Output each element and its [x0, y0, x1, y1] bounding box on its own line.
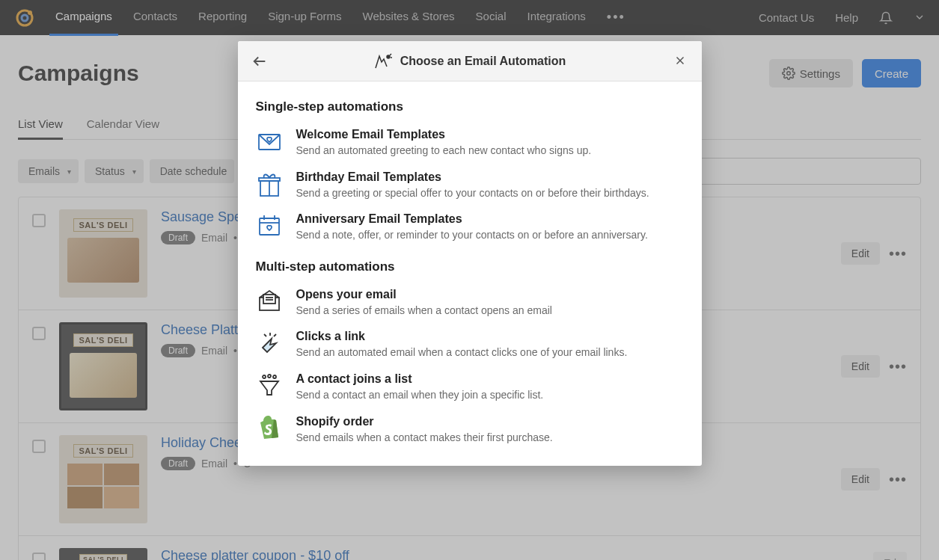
- calendar-heart-icon: [256, 212, 283, 239]
- section-multi-step: Multi-step automations: [256, 259, 684, 274]
- option-desc: Send an automated greeting to each new c…: [296, 144, 684, 159]
- svg-point-24: [268, 375, 271, 378]
- option-desc: Send an automated email when a contact c…: [296, 345, 684, 360]
- automation-modal: Choose an Email Automation Single-step a…: [238, 41, 702, 466]
- option-clicks-link[interactable]: Clicks a link Send an automated email wh…: [256, 330, 684, 360]
- automation-icon: [373, 53, 393, 70]
- svg-line-22: [264, 334, 266, 336]
- svg-line-21: [274, 334, 276, 336]
- option-title: Clicks a link: [296, 330, 684, 343]
- modal-body: Single-step automations Welcome Email Te…: [238, 81, 702, 466]
- svg-point-25: [273, 375, 276, 378]
- option-title: Anniversary Email Templates: [296, 212, 684, 226]
- option-contact-joins-list[interactable]: A contact joins a list Send a contact an…: [256, 372, 684, 403]
- option-title: Welcome Email Templates: [296, 128, 684, 141]
- open-email-icon: [256, 288, 283, 315]
- envelope-heart-icon: [256, 128, 283, 155]
- close-button[interactable]: [673, 54, 688, 69]
- cursor-click-icon: [256, 330, 283, 357]
- option-title: Birthday Email Templates: [296, 170, 684, 184]
- option-title: Opens your email: [296, 288, 684, 301]
- svg-rect-17: [263, 295, 275, 304]
- option-title: A contact joins a list: [296, 372, 684, 386]
- svg-point-5: [387, 55, 390, 58]
- modal-header: Choose an Email Automation: [238, 41, 702, 81]
- option-desc: Send a series of emails when a contact o…: [296, 304, 684, 319]
- modal-title-text: Choose an Email Automation: [400, 55, 566, 68]
- option-title: Shopify order: [296, 415, 684, 428]
- option-welcome-email[interactable]: Welcome Email Templates Send an automate…: [256, 128, 684, 159]
- option-opens-email[interactable]: Opens your email Send a series of emails…: [256, 288, 684, 319]
- svg-rect-11: [259, 178, 280, 181]
- option-shopify-order[interactable]: Shopify order Send emails when a contact…: [256, 415, 684, 446]
- svg-point-23: [263, 375, 266, 378]
- section-single-step: Single-step automations: [256, 99, 684, 114]
- shopify-icon: [256, 415, 283, 442]
- modal-overlay[interactable]: Choose an Email Automation Single-step a…: [0, 0, 939, 560]
- option-desc: Send a note, offer, or reminder to your …: [296, 228, 684, 243]
- option-desc: Send a contact an email when they join a…: [296, 388, 684, 403]
- option-desc: Send emails when a contact makes their f…: [296, 431, 684, 446]
- option-anniversary-email[interactable]: Anniversary Email Templates Send a note,…: [256, 212, 684, 243]
- modal-title: Choose an Email Automation: [238, 53, 702, 70]
- option-desc: Send a greeting or special offer to your…: [296, 186, 684, 201]
- funnel-icon: [256, 372, 283, 399]
- option-birthday-email[interactable]: Birthday Email Templates Send a greeting…: [256, 170, 684, 201]
- gift-icon: [256, 170, 283, 197]
